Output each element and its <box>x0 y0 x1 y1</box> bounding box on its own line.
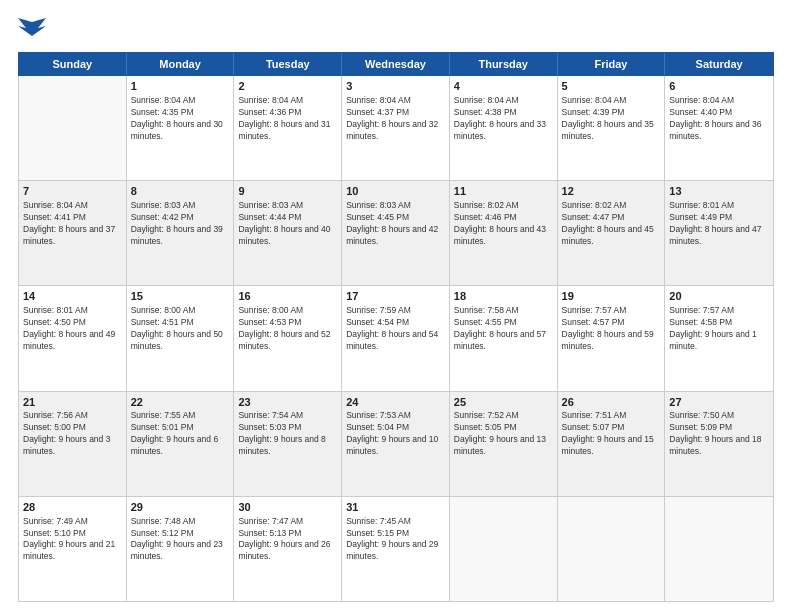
sunset-text: Sunset: 5:07 PM <box>562 422 661 434</box>
sunset-text: Sunset: 4:54 PM <box>346 317 445 329</box>
calendar-cell: 21Sunrise: 7:56 AMSunset: 5:00 PMDayligh… <box>19 392 127 496</box>
sunset-text: Sunset: 4:55 PM <box>454 317 553 329</box>
cell-info: Sunrise: 8:04 AMSunset: 4:36 PMDaylight:… <box>238 95 337 143</box>
daylight-text: Daylight: 9 hours and 23 minutes. <box>131 539 230 563</box>
day-number: 12 <box>562 184 661 199</box>
daylight-text: Daylight: 8 hours and 49 minutes. <box>23 329 122 353</box>
day-number: 9 <box>238 184 337 199</box>
calendar-cell <box>665 497 773 601</box>
sunrise-text: Sunrise: 7:57 AM <box>669 305 769 317</box>
daylight-text: Daylight: 9 hours and 15 minutes. <box>562 434 661 458</box>
daylight-text: Daylight: 8 hours and 50 minutes. <box>131 329 230 353</box>
calendar-cell: 7Sunrise: 8:04 AMSunset: 4:41 PMDaylight… <box>19 181 127 285</box>
cell-info: Sunrise: 7:47 AMSunset: 5:13 PMDaylight:… <box>238 516 337 564</box>
sunrise-text: Sunrise: 8:04 AM <box>131 95 230 107</box>
calendar-cell: 27Sunrise: 7:50 AMSunset: 5:09 PMDayligh… <box>665 392 773 496</box>
daylight-text: Daylight: 8 hours and 47 minutes. <box>669 224 769 248</box>
sunset-text: Sunset: 4:35 PM <box>131 107 230 119</box>
header-day-sunday: Sunday <box>19 53 127 75</box>
header-day-wednesday: Wednesday <box>342 53 450 75</box>
day-number: 3 <box>346 79 445 94</box>
sunset-text: Sunset: 4:53 PM <box>238 317 337 329</box>
sunrise-text: Sunrise: 8:02 AM <box>454 200 553 212</box>
daylight-text: Daylight: 8 hours and 52 minutes. <box>238 329 337 353</box>
sunrise-text: Sunrise: 7:53 AM <box>346 410 445 422</box>
sunrise-text: Sunrise: 7:49 AM <box>23 516 122 528</box>
day-number: 10 <box>346 184 445 199</box>
daylight-text: Daylight: 9 hours and 26 minutes. <box>238 539 337 563</box>
cell-info: Sunrise: 8:04 AMSunset: 4:38 PMDaylight:… <box>454 95 553 143</box>
calendar-cell: 17Sunrise: 7:59 AMSunset: 4:54 PMDayligh… <box>342 286 450 390</box>
day-number: 28 <box>23 500 122 515</box>
daylight-text: Daylight: 8 hours and 32 minutes. <box>346 119 445 143</box>
calendar-cell: 4Sunrise: 8:04 AMSunset: 4:38 PMDaylight… <box>450 76 558 180</box>
calendar: SundayMondayTuesdayWednesdayThursdayFrid… <box>18 52 774 602</box>
cell-info: Sunrise: 8:02 AMSunset: 4:47 PMDaylight:… <box>562 200 661 248</box>
day-number: 27 <box>669 395 769 410</box>
sunrise-text: Sunrise: 8:04 AM <box>669 95 769 107</box>
calendar-cell: 31Sunrise: 7:45 AMSunset: 5:15 PMDayligh… <box>342 497 450 601</box>
calendar-cell: 3Sunrise: 8:04 AMSunset: 4:37 PMDaylight… <box>342 76 450 180</box>
sunset-text: Sunset: 4:57 PM <box>562 317 661 329</box>
calendar-body: 1Sunrise: 8:04 AMSunset: 4:35 PMDaylight… <box>18 76 774 602</box>
cell-info: Sunrise: 8:04 AMSunset: 4:39 PMDaylight:… <box>562 95 661 143</box>
calendar-cell: 20Sunrise: 7:57 AMSunset: 4:58 PMDayligh… <box>665 286 773 390</box>
header-day-monday: Monday <box>127 53 235 75</box>
cell-info: Sunrise: 7:57 AMSunset: 4:57 PMDaylight:… <box>562 305 661 353</box>
daylight-text: Daylight: 8 hours and 37 minutes. <box>23 224 122 248</box>
cell-info: Sunrise: 7:58 AMSunset: 4:55 PMDaylight:… <box>454 305 553 353</box>
calendar-cell: 29Sunrise: 7:48 AMSunset: 5:12 PMDayligh… <box>127 497 235 601</box>
sunrise-text: Sunrise: 7:45 AM <box>346 516 445 528</box>
cell-info: Sunrise: 7:53 AMSunset: 5:04 PMDaylight:… <box>346 410 445 458</box>
logo-icon <box>18 18 46 42</box>
header-day-saturday: Saturday <box>665 53 773 75</box>
cell-info: Sunrise: 8:00 AMSunset: 4:51 PMDaylight:… <box>131 305 230 353</box>
day-number: 25 <box>454 395 553 410</box>
calendar-row-3: 21Sunrise: 7:56 AMSunset: 5:00 PMDayligh… <box>19 392 773 497</box>
cell-info: Sunrise: 8:04 AMSunset: 4:37 PMDaylight:… <box>346 95 445 143</box>
calendar-cell: 13Sunrise: 8:01 AMSunset: 4:49 PMDayligh… <box>665 181 773 285</box>
sunrise-text: Sunrise: 7:51 AM <box>562 410 661 422</box>
daylight-text: Daylight: 9 hours and 13 minutes. <box>454 434 553 458</box>
day-number: 14 <box>23 289 122 304</box>
daylight-text: Daylight: 8 hours and 59 minutes. <box>562 329 661 353</box>
sunset-text: Sunset: 4:45 PM <box>346 212 445 224</box>
cell-info: Sunrise: 7:50 AMSunset: 5:09 PMDaylight:… <box>669 410 769 458</box>
calendar-cell: 24Sunrise: 7:53 AMSunset: 5:04 PMDayligh… <box>342 392 450 496</box>
calendar-cell: 10Sunrise: 8:03 AMSunset: 4:45 PMDayligh… <box>342 181 450 285</box>
daylight-text: Daylight: 9 hours and 21 minutes. <box>23 539 122 563</box>
cell-info: Sunrise: 7:45 AMSunset: 5:15 PMDaylight:… <box>346 516 445 564</box>
cell-info: Sunrise: 7:59 AMSunset: 4:54 PMDaylight:… <box>346 305 445 353</box>
daylight-text: Daylight: 8 hours and 39 minutes. <box>131 224 230 248</box>
sunset-text: Sunset: 4:46 PM <box>454 212 553 224</box>
day-number: 7 <box>23 184 122 199</box>
sunset-text: Sunset: 5:09 PM <box>669 422 769 434</box>
sunrise-text: Sunrise: 7:56 AM <box>23 410 122 422</box>
sunrise-text: Sunrise: 8:03 AM <box>131 200 230 212</box>
daylight-text: Daylight: 9 hours and 3 minutes. <box>23 434 122 458</box>
calendar-cell: 2Sunrise: 8:04 AMSunset: 4:36 PMDaylight… <box>234 76 342 180</box>
daylight-text: Daylight: 9 hours and 18 minutes. <box>669 434 769 458</box>
day-number: 5 <box>562 79 661 94</box>
sunrise-text: Sunrise: 7:48 AM <box>131 516 230 528</box>
sunrise-text: Sunrise: 7:59 AM <box>346 305 445 317</box>
sunrise-text: Sunrise: 8:04 AM <box>454 95 553 107</box>
sunset-text: Sunset: 4:50 PM <box>23 317 122 329</box>
sunrise-text: Sunrise: 7:55 AM <box>131 410 230 422</box>
sunrise-text: Sunrise: 7:57 AM <box>562 305 661 317</box>
calendar-row-4: 28Sunrise: 7:49 AMSunset: 5:10 PMDayligh… <box>19 497 773 601</box>
sunset-text: Sunset: 4:49 PM <box>669 212 769 224</box>
sunset-text: Sunset: 4:38 PM <box>454 107 553 119</box>
sunrise-text: Sunrise: 8:04 AM <box>346 95 445 107</box>
cell-info: Sunrise: 8:04 AMSunset: 4:41 PMDaylight:… <box>23 200 122 248</box>
day-number: 4 <box>454 79 553 94</box>
calendar-cell <box>558 497 666 601</box>
sunset-text: Sunset: 5:00 PM <box>23 422 122 434</box>
sunset-text: Sunset: 5:12 PM <box>131 528 230 540</box>
cell-info: Sunrise: 8:00 AMSunset: 4:53 PMDaylight:… <box>238 305 337 353</box>
calendar-cell: 11Sunrise: 8:02 AMSunset: 4:46 PMDayligh… <box>450 181 558 285</box>
sunset-text: Sunset: 4:44 PM <box>238 212 337 224</box>
calendar-cell: 14Sunrise: 8:01 AMSunset: 4:50 PMDayligh… <box>19 286 127 390</box>
sunrise-text: Sunrise: 8:00 AM <box>131 305 230 317</box>
daylight-text: Daylight: 9 hours and 29 minutes. <box>346 539 445 563</box>
